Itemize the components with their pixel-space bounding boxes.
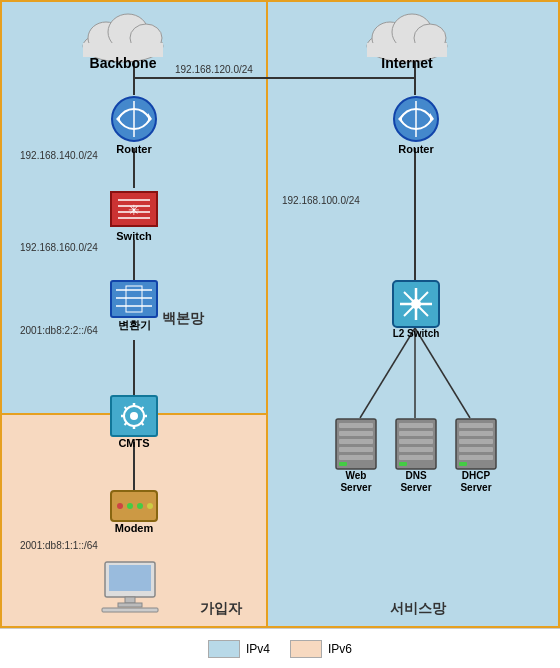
- svg-rect-76: [399, 431, 433, 436]
- web-server-icon: [335, 418, 377, 470]
- svg-rect-79: [399, 455, 433, 460]
- modem-label: Modem: [115, 522, 154, 534]
- svg-point-50: [137, 503, 143, 509]
- backbone-router-icon: [110, 95, 158, 143]
- dns-server-icon: [395, 418, 437, 470]
- legend-ipv6-item: IPv6: [290, 640, 352, 658]
- internet-label: Internet: [362, 55, 452, 71]
- svg-text:✳: ✳: [128, 202, 140, 218]
- svg-rect-71: [339, 447, 373, 452]
- pc-icon: [100, 560, 160, 612]
- backbone-switch-icon: ✳: [110, 188, 158, 230]
- converter-block: 변환기: [108, 280, 160, 333]
- internet-router-block: Router: [390, 95, 442, 155]
- svg-rect-75: [399, 423, 433, 428]
- svg-point-51: [147, 503, 153, 509]
- svg-rect-83: [459, 431, 493, 436]
- svg-rect-86: [459, 455, 493, 460]
- svg-rect-82: [459, 423, 493, 428]
- legend-ipv4-label: IPv4: [246, 642, 270, 656]
- converter-subnet: 2001:db8:2:2::/64: [20, 325, 98, 336]
- svg-rect-72: [339, 455, 373, 460]
- modem-subnet: 2001:db8:1:1::/64: [20, 540, 98, 551]
- backbone-router-subnet: 192.168.140.0/24: [20, 150, 98, 161]
- backbone-router-label: Router: [116, 143, 151, 155]
- svg-rect-78: [399, 447, 433, 452]
- dhcp-server-block: DHCP Server: [448, 418, 504, 494]
- svg-point-48: [117, 503, 123, 509]
- dns-server-block: DNS Server: [390, 418, 442, 494]
- web-server-label: Web Server: [330, 470, 382, 494]
- backbone-switch-label: Switch: [116, 230, 151, 242]
- svg-rect-80: [399, 462, 407, 466]
- modem-icon: [110, 490, 158, 522]
- backbone-switch-block: ✳ Switch: [108, 188, 160, 242]
- pc-block: [100, 560, 160, 615]
- internet-cloud: Internet: [362, 8, 452, 71]
- cmts-block: CMTS: [108, 395, 160, 449]
- legend-ipv4-box: [208, 640, 240, 658]
- backbone-cloud-icon: [78, 8, 168, 60]
- internet-router-icon: [392, 95, 440, 143]
- legend: IPv4 IPv6: [0, 628, 560, 668]
- converter-label: 변환기: [118, 318, 151, 333]
- cmts-label: CMTS: [118, 437, 149, 449]
- svg-rect-69: [339, 431, 373, 436]
- dhcp-server-label: DHCP Server: [448, 470, 504, 494]
- svg-rect-84: [459, 439, 493, 444]
- legend-ipv4-item: IPv4: [208, 640, 270, 658]
- backbone-router-block: Router: [108, 95, 160, 155]
- svg-rect-54: [125, 597, 135, 603]
- svg-rect-77: [399, 439, 433, 444]
- connection-lines: [0, 0, 560, 628]
- svg-rect-85: [459, 447, 493, 452]
- backbone-internet-subnet: 192.168.120.0/24: [175, 64, 253, 75]
- legend-ipv6-label: IPv6: [328, 642, 352, 656]
- web-server-block: Web Server: [330, 418, 382, 494]
- svg-rect-55: [118, 603, 142, 607]
- converter-icon: [110, 280, 158, 318]
- backbone-switch-subnet: 192.168.160.0/24: [20, 242, 98, 253]
- svg-rect-70: [339, 439, 373, 444]
- internet-cloud-icon: [362, 8, 452, 60]
- svg-rect-53: [109, 565, 151, 591]
- l2switch-icon: [392, 280, 440, 328]
- legend-ipv6-box: [290, 640, 322, 658]
- internet-router-subnet: 192.168.100.0/24: [282, 195, 360, 206]
- backbone-label: Backbone: [78, 55, 168, 71]
- svg-rect-68: [339, 423, 373, 428]
- svg-point-49: [127, 503, 133, 509]
- dhcp-server-icon: [455, 418, 497, 470]
- svg-line-8: [360, 328, 415, 418]
- subscriber-label: 가입자: [200, 600, 242, 618]
- svg-point-66: [411, 299, 421, 309]
- backbone-cloud: Backbone: [78, 8, 168, 71]
- l2switch-block: L2 Switch: [390, 280, 442, 339]
- svg-rect-87: [459, 462, 467, 466]
- l2switch-label: L2 Switch: [393, 328, 440, 339]
- modem-block: Modem: [108, 490, 160, 534]
- svg-rect-73: [339, 462, 347, 466]
- backbone-network-label: 백본망: [162, 310, 204, 328]
- cmts-icon: [110, 395, 158, 437]
- svg-rect-56: [102, 608, 158, 612]
- svg-line-10: [415, 328, 470, 418]
- internet-router-label: Router: [398, 143, 433, 155]
- service-network-label: 서비스망: [390, 600, 446, 618]
- dns-server-label: DNS Server: [390, 470, 442, 494]
- svg-point-38: [130, 412, 138, 420]
